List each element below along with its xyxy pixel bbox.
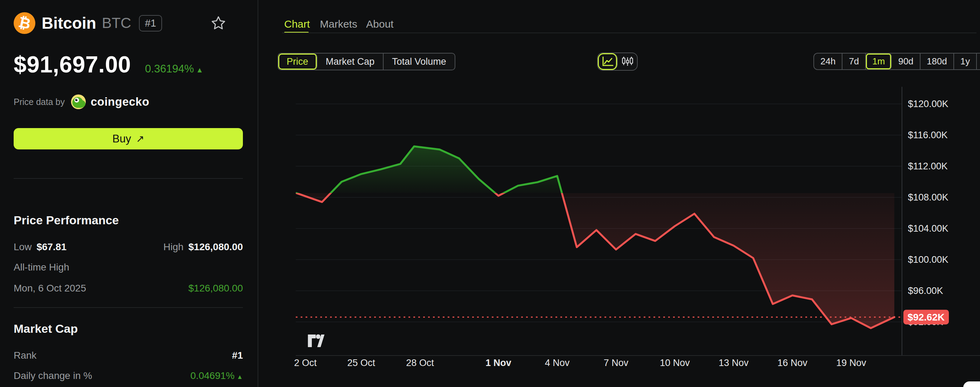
low-label: Low — [14, 241, 32, 253]
high-label: High — [164, 241, 184, 253]
coin-ticker: BTC — [102, 15, 131, 32]
coin-name: Bitcoin — [41, 14, 96, 33]
svg-text:1 Nov: 1 Nov — [485, 358, 511, 368]
daily-change-label: Daily change in % — [14, 370, 92, 381]
svg-text:$100.00K: $100.00K — [908, 254, 948, 265]
svg-text:13 Nov: 13 Nov — [719, 358, 749, 368]
bitcoin-logo-icon: ₿ — [14, 12, 35, 34]
range-24h-button[interactable]: 24h — [814, 54, 842, 69]
svg-text:$112.00K: $112.00K — [908, 161, 948, 171]
svg-text:$120.00K: $120.00K — [908, 99, 948, 109]
price-line: $91,697.00 0.36194%▲ — [14, 51, 204, 78]
rank-badge: #1 — [139, 15, 162, 32]
svg-text:$104.00K: $104.00K — [908, 223, 948, 234]
favorite-star-icon[interactable] — [211, 15, 226, 32]
rank-row: Rank #1 — [14, 350, 243, 361]
attribution-prefix: Price data by — [14, 97, 65, 107]
tradingview-logo[interactable] — [307, 333, 325, 350]
attribution: Price data by coingecko — [14, 94, 150, 110]
buy-button[interactable]: Buy↗ — [14, 128, 243, 149]
line-chart-icon[interactable] — [598, 53, 618, 70]
price-change: 0.36194%▲ — [145, 63, 203, 75]
svg-text:19 Nov: 19 Nov — [836, 358, 866, 368]
metric-marketcap-button[interactable]: Market Cap — [317, 54, 384, 70]
tab-markets[interactable]: Markets — [320, 18, 357, 30]
coin-header: ₿ Bitcoin BTC #1 — [14, 12, 243, 34]
svg-text:16 Nov: 16 Nov — [777, 358, 807, 368]
divider — [14, 307, 243, 308]
current-price: $91,697.00 — [14, 51, 131, 78]
market-cap-heading: Market Cap — [14, 322, 78, 336]
svg-text:$108.00K: $108.00K — [908, 192, 948, 203]
svg-text:$96.00K: $96.00K — [908, 285, 943, 296]
range-180d-button[interactable]: 180d — [921, 54, 954, 69]
metric-price-button[interactable]: Price — [278, 54, 317, 70]
time-range-group: 24h 7d 1m 90d 180d 1y all — [813, 53, 980, 70]
ath-date: Mon, 6 Oct 2025 — [14, 283, 86, 294]
ath-value-row: Mon, 6 Oct 2025 $126,080.00 — [14, 283, 243, 294]
sidebar-divider — [258, 0, 258, 387]
range-7d-button[interactable]: 7d — [842, 54, 866, 69]
range-1m-button[interactable]: 1m — [866, 54, 892, 69]
low-value: $67.81 — [37, 241, 67, 253]
svg-text:2 Oct: 2 Oct — [294, 358, 317, 368]
rank-label: Rank — [14, 350, 37, 361]
svg-text:7 Nov: 7 Nov — [604, 358, 628, 368]
high-value: $126,080.00 — [188, 241, 243, 253]
svg-text:25 Oct: 25 Oct — [347, 358, 375, 368]
coingecko-wordmark: coingecko — [91, 95, 150, 108]
external-arrow-icon: ↗ — [136, 133, 144, 144]
tab-chart[interactable]: Chart — [284, 18, 310, 30]
svg-text:$116.00K: $116.00K — [908, 130, 948, 140]
daily-change-value: 0.04691%▲ — [190, 370, 243, 381]
up-triangle-icon: ▲ — [196, 66, 204, 74]
tabs-divider — [282, 33, 977, 33]
chart-type-toggle-group — [597, 52, 638, 71]
daily-change-row: Daily change in % 0.04691%▲ — [14, 370, 243, 381]
bitcoin-price-page: $120.00K$116.00K$112.00K$108.00K$104.00K… — [0, 0, 980, 387]
ath-label-row: All-time High — [14, 262, 243, 273]
divider — [14, 178, 243, 179]
corner-widget[interactable] — [963, 381, 980, 387]
tab-about[interactable]: About — [366, 18, 393, 30]
price-performance-heading: Price Performance — [14, 213, 119, 227]
range-90d-button[interactable]: 90d — [892, 54, 920, 69]
metric-totalvolume-button[interactable]: Total Volume — [383, 54, 455, 70]
metric-toggle-group: Price Market Cap Total Volume — [278, 53, 455, 70]
range-all-button[interactable]: all — [977, 54, 980, 69]
low-high-row: Low $67.81 High $126,080.00 — [14, 241, 243, 253]
coingecko-logo-icon — [70, 94, 86, 110]
svg-text:10 Nov: 10 Nov — [660, 358, 690, 368]
svg-text:28 Oct: 28 Oct — [406, 358, 434, 368]
up-triangle-icon: ▲ — [237, 373, 243, 381]
ath-label: All-time High — [14, 262, 69, 273]
range-1y-button[interactable]: 1y — [954, 54, 977, 69]
svg-text:4 Nov: 4 Nov — [545, 358, 570, 368]
ath-value: $126,080.00 — [188, 283, 243, 294]
candlestick-chart-icon[interactable] — [618, 53, 637, 70]
svg-text:$92.62K: $92.62K — [908, 312, 945, 323]
rank-value: #1 — [232, 350, 243, 361]
